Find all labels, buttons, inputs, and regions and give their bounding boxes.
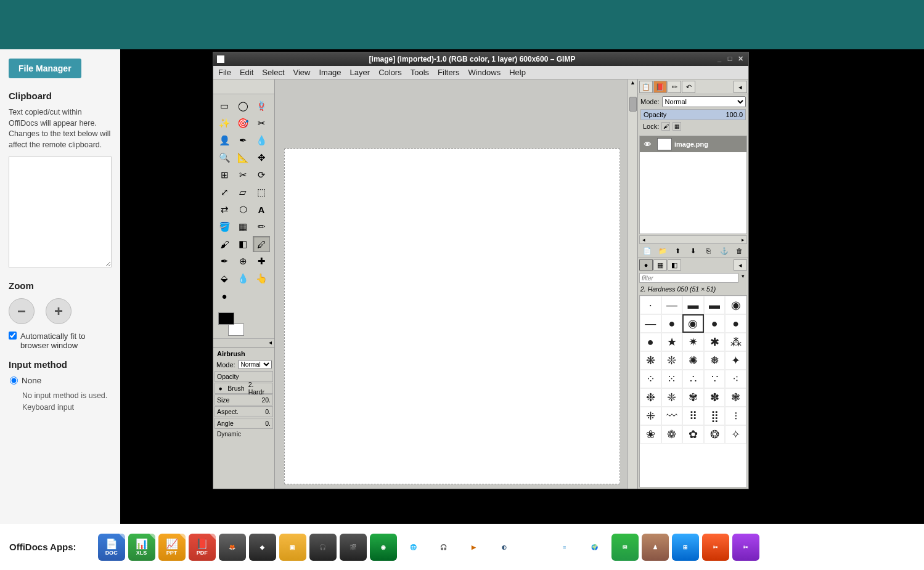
menu-edit[interactable]: Edit — [240, 68, 253, 77]
eye-icon[interactable]: 👁 — [640, 140, 655, 148]
move-tool[interactable]: ✥ — [253, 150, 270, 166]
brush-item[interactable]: ✷ — [682, 333, 704, 351]
smudge-tool[interactable]: 👆 — [253, 271, 270, 287]
app-doc[interactable]: 📄DOC — [98, 534, 125, 561]
brush-item[interactable]: ● — [704, 314, 726, 333]
brush-item[interactable]: ✧ — [725, 425, 746, 444]
fuzzy-select-tool[interactable]: ✨ — [216, 115, 233, 131]
brush-item[interactable]: ❉ — [640, 388, 661, 407]
app-pdf[interactable]: 📕PDF — [189, 534, 216, 561]
brush-item[interactable]: ◉ — [725, 296, 746, 314]
blend-tool[interactable]: ▦ — [234, 219, 251, 235]
brush-item[interactable]: ❃ — [725, 388, 746, 407]
lower-layer-button[interactable]: ⬇ — [689, 246, 698, 256]
menu-help[interactable]: Help — [509, 68, 526, 77]
brushes-tab[interactable]: ● — [639, 259, 653, 271]
app-gimp[interactable]: 🦊 — [219, 534, 246, 561]
flip-tool[interactable]: ⇄ — [216, 202, 233, 218]
minimize-button[interactable]: _ — [715, 55, 724, 63]
brush-item[interactable]: ✾ — [682, 388, 704, 407]
brush-item[interactable]: ✱ — [704, 333, 726, 351]
anchor-layer-button[interactable]: ⚓ — [719, 246, 729, 256]
input-none-radio[interactable] — [10, 377, 18, 385]
brush-item[interactable]: ❁ — [661, 425, 683, 444]
brush-item[interactable]: ● — [661, 314, 683, 333]
color-swatches[interactable] — [218, 312, 244, 336]
gradients-tab[interactable]: ◧ — [668, 259, 681, 271]
brush-item[interactable]: ⁝ — [725, 407, 746, 425]
app-icon-18[interactable]: ✂ — [732, 534, 759, 561]
airbrush-tool[interactable]: 🖊 — [253, 236, 270, 252]
menu-tools[interactable]: Tools — [411, 68, 429, 77]
delete-layer-button[interactable]: 🗑 — [735, 246, 745, 256]
duplicate-layer-button[interactable]: ⎘ — [704, 246, 714, 256]
brush-item[interactable]: ⠿ — [682, 407, 704, 425]
menu-select[interactable]: Select — [262, 68, 284, 77]
app-lmms[interactable]: ◉ — [370, 534, 397, 561]
maximize-button[interactable]: □ — [726, 55, 734, 63]
brush-item[interactable]: ⁜ — [640, 407, 661, 425]
app-icon-12[interactable]: ≡ — [551, 534, 578, 561]
zoom-tool[interactable]: 🔍 — [216, 150, 233, 166]
brush-item[interactable]: ● — [640, 333, 661, 351]
brush-item[interactable]: ⁖ — [725, 370, 746, 388]
perspective-tool[interactable]: ⬚ — [253, 184, 270, 200]
foreground-select-tool[interactable]: 👤 — [216, 132, 233, 149]
layer-hscrollbar[interactable]: ◂▸ — [639, 235, 747, 244]
app-icon-13[interactable]: 🌍 — [581, 534, 608, 561]
pencil-tool[interactable]: ✏ — [253, 219, 270, 235]
app-ppt[interactable]: 📈PPT — [158, 534, 186, 561]
app-icon-8[interactable]: 🎧 — [430, 534, 457, 561]
crop-tool[interactable]: ✂ — [234, 167, 251, 183]
paths-tab[interactable]: ✏ — [668, 81, 681, 93]
menu-view[interactable]: View — [293, 68, 311, 77]
app-xls[interactable]: 📊XLS — [128, 534, 155, 561]
layer-item[interactable]: 👁 image.png — [640, 136, 746, 152]
channels-tab[interactable]: 📕 — [653, 81, 667, 93]
scissors-tool[interactable]: ✂ — [253, 115, 270, 131]
cage-tool[interactable]: ⬡ — [234, 202, 251, 218]
tool-mode-select[interactable]: Normal — [238, 360, 272, 369]
color-select-tool[interactable]: 🎯 — [234, 115, 251, 131]
brush-item[interactable]: ✦ — [725, 351, 746, 370]
auto-fit-checkbox[interactable] — [9, 332, 17, 340]
app-terminal[interactable]: ▣ — [279, 534, 306, 561]
brush-item[interactable]: ● — [725, 314, 746, 333]
bucket-fill-tool[interactable]: 🪣 — [216, 219, 233, 235]
lock-alpha-icon[interactable]: ▦ — [673, 122, 681, 131]
paintbrush-tool[interactable]: 🖌 — [216, 236, 233, 252]
brush-item[interactable]: — — [661, 296, 683, 314]
brush-menu-icon[interactable]: ◂ — [734, 259, 747, 271]
brush-item[interactable]: ❀ — [640, 425, 661, 444]
menu-filters[interactable]: Filters — [438, 68, 459, 77]
paths-tool[interactable]: ✒ — [234, 132, 251, 149]
clone-tool[interactable]: ⊕ — [234, 253, 251, 269]
brush-item[interactable]: ❊ — [661, 351, 683, 370]
ink-tool[interactable]: ✒ — [216, 253, 233, 269]
eraser-tool[interactable]: ◧ — [234, 236, 251, 252]
zoom-in-button[interactable]: + — [46, 298, 72, 324]
app-icon-14[interactable]: ✉ — [611, 534, 639, 561]
patterns-tab[interactable]: ▦ — [653, 259, 667, 271]
tool-angle-value[interactable]: 0. — [263, 420, 272, 427]
free-select-tool[interactable]: 🪢 — [253, 98, 270, 114]
undo-tab[interactable]: ↶ — [682, 81, 695, 93]
brush-item[interactable]: — — [640, 314, 661, 333]
foreground-color[interactable] — [218, 312, 234, 325]
text-tool[interactable]: A — [253, 202, 270, 218]
brush-item[interactable]: ⁙ — [661, 370, 683, 388]
brush-item-selected[interactable]: ◉ — [682, 314, 704, 333]
background-color[interactable] — [228, 324, 244, 336]
dodge-tool[interactable]: ● — [216, 288, 233, 304]
ellipse-select-tool[interactable]: ◯ — [234, 98, 251, 114]
menu-layer[interactable]: Layer — [350, 68, 370, 77]
new-layer-button[interactable]: 📄 — [642, 246, 652, 256]
close-button[interactable]: ✕ — [736, 55, 745, 63]
menu-file[interactable]: File — [218, 68, 231, 77]
scale-tool[interactable]: ⤢ — [216, 184, 233, 200]
layers-tab[interactable]: 📋 — [639, 81, 653, 93]
app-icon-15[interactable]: ♟ — [642, 534, 669, 561]
brush-item[interactable]: ∴ — [682, 370, 704, 388]
titlebar[interactable]: [image] (imported)-1.0 (RGB color, 1 lay… — [213, 52, 748, 66]
layer-group-button[interactable]: 📁 — [658, 246, 668, 256]
